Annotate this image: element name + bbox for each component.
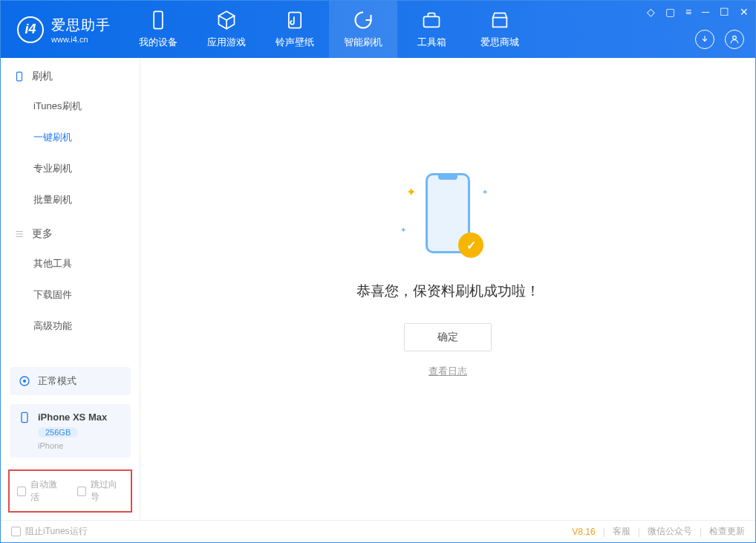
nav-store[interactable]: 爱思商城 <box>466 1 534 58</box>
nav: 我的设备 应用游戏 铃声壁纸 智能刷机 工具箱 爱思商城 <box>124 1 534 58</box>
sidebar-item-download-firmware[interactable]: 下载固件 <box>1 279 140 310</box>
checkbox-icon <box>11 527 21 536</box>
nav-toolbox[interactable]: 工具箱 <box>397 1 466 58</box>
sparkle-icon: ✦ <box>400 226 406 234</box>
toolbox-icon <box>421 10 442 30</box>
version-label: V8.16 <box>572 527 595 537</box>
highlighted-checkbox-row: 自动激活 跳过向导 <box>8 469 132 513</box>
sidebar: 刷机 iTunes刷机 一键刷机 专业刷机 批量刷机 更多 其他工具 下载固件 … <box>1 58 140 520</box>
svg-rect-7 <box>22 412 27 422</box>
checkbox-icon <box>17 487 26 496</box>
svg-rect-1 <box>289 13 301 28</box>
nav-flash[interactable]: 智能刷机 <box>329 1 397 58</box>
sidebar-item-other-tools[interactable]: 其他工具 <box>1 248 140 279</box>
view-log-link[interactable]: 查看日志 <box>428 365 467 378</box>
refresh-shield-icon <box>353 10 374 30</box>
sidebar-item-pro-flash[interactable]: 专业刷机 <box>1 153 140 184</box>
nav-ringtones[interactable]: 铃声壁纸 <box>261 1 329 58</box>
success-message: 恭喜您，保资料刷机成功啦！ <box>356 282 540 301</box>
download-icon <box>700 34 710 45</box>
sidebar-group-more: 更多 <box>1 215 140 248</box>
block-itunes-checkbox[interactable]: 阻止iTunes运行 <box>11 525 88 538</box>
device-name: iPhone XS Max <box>38 412 107 423</box>
checkbox-icon <box>77 487 86 496</box>
check-update-link[interactable]: 检查更新 <box>709 525 745 538</box>
window-controls: ◇ ▢ ≡ ─ ☐ ✕ <box>647 6 749 18</box>
device-os: iPhone <box>38 441 107 450</box>
close-icon[interactable]: ✕ <box>740 6 749 18</box>
svg-rect-0 <box>154 11 163 28</box>
store-icon <box>489 10 510 30</box>
svg-rect-4 <box>17 72 22 81</box>
wechat-link[interactable]: 微信公众号 <box>648 525 692 538</box>
note-icon[interactable]: ▢ <box>665 6 675 18</box>
sparkle-icon: ✦ <box>482 188 488 196</box>
mode-card[interactable]: 正常模式 <box>10 367 131 395</box>
profile-button[interactable] <box>725 30 744 49</box>
sidebar-item-itunes-flash[interactable]: iTunes刷机 <box>1 91 140 122</box>
check-badge-icon: ✓ <box>458 233 483 258</box>
footer: 阻止iTunes运行 V8.16 | 客服 | 微信公众号 | 检查更新 <box>1 520 755 542</box>
minimize-icon[interactable]: ─ <box>702 6 709 18</box>
main-content: ✦ ✦ ✦ ✓ 恭喜您，保资料刷机成功啦！ 确定 查看日志 <box>140 58 755 520</box>
music-file-icon <box>284 10 305 30</box>
support-link[interactable]: 客服 <box>613 525 630 538</box>
user-icon <box>729 34 740 45</box>
logo[interactable]: i4 爱思助手 www.i4.cn <box>1 16 124 44</box>
device-icon <box>14 71 25 82</box>
cube-icon <box>216 10 237 30</box>
logo-icon: i4 <box>17 16 44 43</box>
mode-label: 正常模式 <box>38 374 76 388</box>
sidebar-group-flash: 刷机 <box>1 58 140 91</box>
download-button[interactable] <box>695 30 714 49</box>
app-name: 爱思助手 <box>51 16 111 35</box>
app-url: www.i4.cn <box>51 35 111 44</box>
mode-icon <box>19 375 30 387</box>
nav-apps[interactable]: 应用游戏 <box>192 1 261 58</box>
phone-icon <box>148 10 169 30</box>
device-card[interactable]: iPhone XS Max 256GB iPhone <box>10 404 131 458</box>
auto-activate-checkbox[interactable]: 自动激活 <box>17 478 64 504</box>
header-right <box>695 30 744 49</box>
sidebar-item-batch-flash[interactable]: 批量刷机 <box>1 184 140 215</box>
device-small-icon <box>19 412 30 423</box>
svg-point-3 <box>733 36 737 39</box>
device-capacity: 256GB <box>38 427 78 438</box>
nav-my-device[interactable]: 我的设备 <box>124 1 192 58</box>
list-icon <box>14 229 25 239</box>
sidebar-item-oneclick-flash[interactable]: 一键刷机 <box>1 122 140 153</box>
skip-guide-checkbox[interactable]: 跳过向导 <box>77 478 124 504</box>
header: i4 爱思助手 www.i4.cn 我的设备 应用游戏 铃声壁纸 智能刷机 工具… <box>1 1 755 58</box>
menu-icon[interactable]: ≡ <box>685 6 691 18</box>
svg-point-6 <box>23 380 26 383</box>
ok-button[interactable]: 确定 <box>404 323 492 351</box>
success-illustration: ✦ ✦ ✦ ✓ <box>403 170 492 259</box>
maximize-icon[interactable]: ☐ <box>720 6 729 18</box>
svg-rect-2 <box>424 16 440 27</box>
sidebar-item-advanced[interactable]: 高级功能 <box>1 310 140 342</box>
shirt-icon[interactable]: ◇ <box>647 6 655 18</box>
sparkle-icon: ✦ <box>406 185 416 199</box>
